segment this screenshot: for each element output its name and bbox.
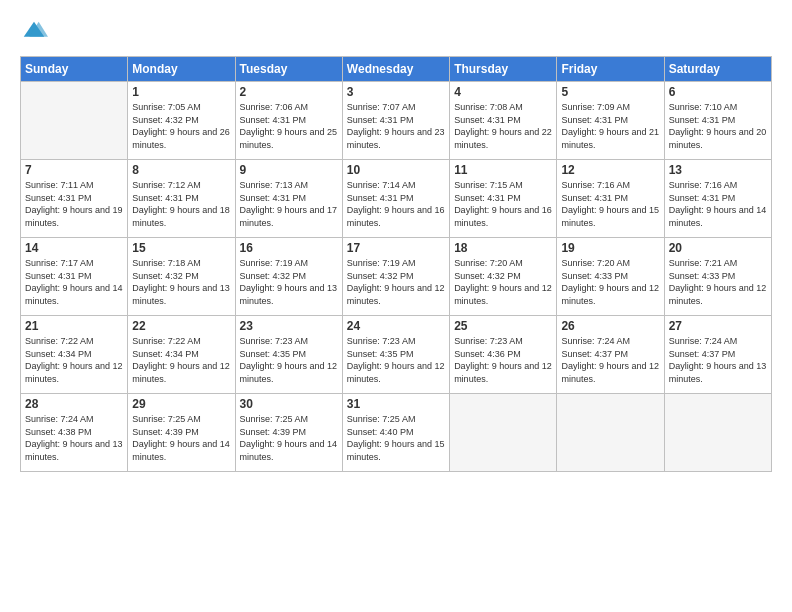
day-cell [557,394,664,472]
header [20,18,772,46]
day-info: Sunrise: 7:17 AMSunset: 4:31 PMDaylight:… [25,257,123,307]
day-info: Sunrise: 7:23 AMSunset: 4:35 PMDaylight:… [347,335,445,385]
day-cell: 15Sunrise: 7:18 AMSunset: 4:32 PMDayligh… [128,238,235,316]
day-number: 3 [347,85,445,99]
day-cell: 30Sunrise: 7:25 AMSunset: 4:39 PMDayligh… [235,394,342,472]
logo [20,18,52,46]
day-info: Sunrise: 7:13 AMSunset: 4:31 PMDaylight:… [240,179,338,229]
logo-icon [20,18,48,46]
day-info: Sunrise: 7:05 AMSunset: 4:32 PMDaylight:… [132,101,230,151]
calendar: SundayMondayTuesdayWednesdayThursdayFrid… [20,56,772,472]
day-info: Sunrise: 7:23 AMSunset: 4:36 PMDaylight:… [454,335,552,385]
day-cell: 11Sunrise: 7:15 AMSunset: 4:31 PMDayligh… [450,160,557,238]
day-info: Sunrise: 7:08 AMSunset: 4:31 PMDaylight:… [454,101,552,151]
day-info: Sunrise: 7:09 AMSunset: 4:31 PMDaylight:… [561,101,659,151]
day-number: 26 [561,319,659,333]
day-cell: 4Sunrise: 7:08 AMSunset: 4:31 PMDaylight… [450,82,557,160]
day-cell: 13Sunrise: 7:16 AMSunset: 4:31 PMDayligh… [664,160,771,238]
day-number: 2 [240,85,338,99]
day-info: Sunrise: 7:12 AMSunset: 4:31 PMDaylight:… [132,179,230,229]
day-cell: 26Sunrise: 7:24 AMSunset: 4:37 PMDayligh… [557,316,664,394]
day-info: Sunrise: 7:23 AMSunset: 4:35 PMDaylight:… [240,335,338,385]
page: SundayMondayTuesdayWednesdayThursdayFrid… [0,0,792,612]
day-number: 10 [347,163,445,177]
day-number: 17 [347,241,445,255]
day-cell: 19Sunrise: 7:20 AMSunset: 4:33 PMDayligh… [557,238,664,316]
week-row-0: 1Sunrise: 7:05 AMSunset: 4:32 PMDaylight… [21,82,772,160]
day-number: 31 [347,397,445,411]
day-info: Sunrise: 7:19 AMSunset: 4:32 PMDaylight:… [347,257,445,307]
day-cell: 31Sunrise: 7:25 AMSunset: 4:40 PMDayligh… [342,394,449,472]
day-cell: 23Sunrise: 7:23 AMSunset: 4:35 PMDayligh… [235,316,342,394]
day-info: Sunrise: 7:25 AMSunset: 4:39 PMDaylight:… [240,413,338,463]
col-header-monday: Monday [128,57,235,82]
day-number: 13 [669,163,767,177]
day-number: 19 [561,241,659,255]
day-cell: 20Sunrise: 7:21 AMSunset: 4:33 PMDayligh… [664,238,771,316]
day-number: 7 [25,163,123,177]
day-number: 6 [669,85,767,99]
day-number: 9 [240,163,338,177]
day-number: 15 [132,241,230,255]
day-cell: 24Sunrise: 7:23 AMSunset: 4:35 PMDayligh… [342,316,449,394]
day-number: 4 [454,85,552,99]
day-info: Sunrise: 7:07 AMSunset: 4:31 PMDaylight:… [347,101,445,151]
day-info: Sunrise: 7:25 AMSunset: 4:39 PMDaylight:… [132,413,230,463]
day-number: 25 [454,319,552,333]
day-number: 8 [132,163,230,177]
week-row-1: 7Sunrise: 7:11 AMSunset: 4:31 PMDaylight… [21,160,772,238]
day-info: Sunrise: 7:18 AMSunset: 4:32 PMDaylight:… [132,257,230,307]
day-cell: 18Sunrise: 7:20 AMSunset: 4:32 PMDayligh… [450,238,557,316]
day-info: Sunrise: 7:24 AMSunset: 4:38 PMDaylight:… [25,413,123,463]
day-number: 11 [454,163,552,177]
day-info: Sunrise: 7:20 AMSunset: 4:33 PMDaylight:… [561,257,659,307]
day-cell: 29Sunrise: 7:25 AMSunset: 4:39 PMDayligh… [128,394,235,472]
day-cell: 1Sunrise: 7:05 AMSunset: 4:32 PMDaylight… [128,82,235,160]
day-cell: 14Sunrise: 7:17 AMSunset: 4:31 PMDayligh… [21,238,128,316]
day-info: Sunrise: 7:21 AMSunset: 4:33 PMDaylight:… [669,257,767,307]
day-cell: 27Sunrise: 7:24 AMSunset: 4:37 PMDayligh… [664,316,771,394]
day-info: Sunrise: 7:16 AMSunset: 4:31 PMDaylight:… [561,179,659,229]
col-header-tuesday: Tuesday [235,57,342,82]
day-cell: 17Sunrise: 7:19 AMSunset: 4:32 PMDayligh… [342,238,449,316]
day-number: 29 [132,397,230,411]
col-header-thursday: Thursday [450,57,557,82]
day-cell: 12Sunrise: 7:16 AMSunset: 4:31 PMDayligh… [557,160,664,238]
header-row: SundayMondayTuesdayWednesdayThursdayFrid… [21,57,772,82]
week-row-2: 14Sunrise: 7:17 AMSunset: 4:31 PMDayligh… [21,238,772,316]
col-header-friday: Friday [557,57,664,82]
day-number: 23 [240,319,338,333]
day-cell: 5Sunrise: 7:09 AMSunset: 4:31 PMDaylight… [557,82,664,160]
day-cell: 7Sunrise: 7:11 AMSunset: 4:31 PMDaylight… [21,160,128,238]
day-cell [21,82,128,160]
day-info: Sunrise: 7:24 AMSunset: 4:37 PMDaylight:… [561,335,659,385]
day-cell: 6Sunrise: 7:10 AMSunset: 4:31 PMDaylight… [664,82,771,160]
day-info: Sunrise: 7:24 AMSunset: 4:37 PMDaylight:… [669,335,767,385]
day-number: 12 [561,163,659,177]
day-cell: 3Sunrise: 7:07 AMSunset: 4:31 PMDaylight… [342,82,449,160]
day-number: 28 [25,397,123,411]
day-number: 21 [25,319,123,333]
day-number: 30 [240,397,338,411]
day-cell: 2Sunrise: 7:06 AMSunset: 4:31 PMDaylight… [235,82,342,160]
day-number: 24 [347,319,445,333]
day-cell: 22Sunrise: 7:22 AMSunset: 4:34 PMDayligh… [128,316,235,394]
col-header-sunday: Sunday [21,57,128,82]
day-info: Sunrise: 7:20 AMSunset: 4:32 PMDaylight:… [454,257,552,307]
day-number: 14 [25,241,123,255]
day-info: Sunrise: 7:14 AMSunset: 4:31 PMDaylight:… [347,179,445,229]
day-number: 20 [669,241,767,255]
day-cell [664,394,771,472]
day-info: Sunrise: 7:15 AMSunset: 4:31 PMDaylight:… [454,179,552,229]
col-header-saturday: Saturday [664,57,771,82]
week-row-3: 21Sunrise: 7:22 AMSunset: 4:34 PMDayligh… [21,316,772,394]
day-cell: 9Sunrise: 7:13 AMSunset: 4:31 PMDaylight… [235,160,342,238]
day-cell: 25Sunrise: 7:23 AMSunset: 4:36 PMDayligh… [450,316,557,394]
day-info: Sunrise: 7:25 AMSunset: 4:40 PMDaylight:… [347,413,445,463]
day-cell: 21Sunrise: 7:22 AMSunset: 4:34 PMDayligh… [21,316,128,394]
day-info: Sunrise: 7:19 AMSunset: 4:32 PMDaylight:… [240,257,338,307]
day-info: Sunrise: 7:11 AMSunset: 4:31 PMDaylight:… [25,179,123,229]
day-number: 5 [561,85,659,99]
day-cell: 8Sunrise: 7:12 AMSunset: 4:31 PMDaylight… [128,160,235,238]
day-number: 16 [240,241,338,255]
